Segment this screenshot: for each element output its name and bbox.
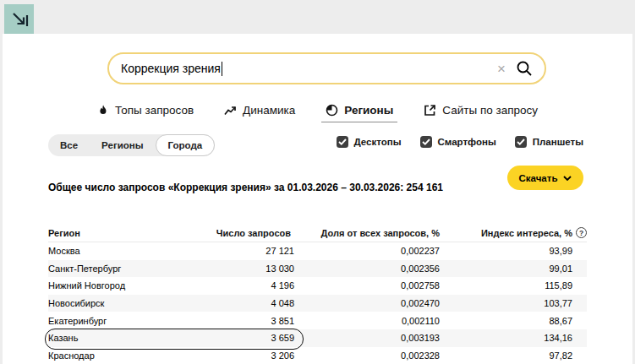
regions-table: Регион Число запросов Доля от всех запро…: [48, 224, 587, 364]
search-box[interactable]: Коррекция зрения ×: [107, 52, 546, 84]
tabs: Топы запросов Динамика Регионы Сайты по …: [3, 101, 632, 127]
table-row[interactable]: Нижний Новгород 4 196 0,002758 115,89: [48, 277, 587, 295]
table-row[interactable]: Санкт-Петербург 13 030 0,002356 99,01: [48, 260, 587, 278]
flame-icon: [97, 104, 109, 117]
checkbox-tablets[interactable]: Планшеты: [515, 136, 583, 148]
summary-text: Общее число запросов «Коррекция зрения» …: [48, 182, 443, 193]
download-label: Скачать: [519, 173, 558, 183]
index-cell: 97,82: [440, 350, 587, 361]
tab-top-queries[interactable]: Топы запросов: [93, 101, 198, 122]
segment-all[interactable]: Все: [48, 134, 90, 156]
count-cell: 3 851: [246, 316, 294, 326]
search-input[interactable]: Коррекция зрения: [121, 62, 221, 75]
clear-icon[interactable]: ×: [492, 62, 511, 76]
text-cursor: [222, 62, 223, 76]
external-link-icon: [424, 104, 436, 117]
column-header-share: Доля от всех запросов, %: [294, 228, 440, 238]
wordstat-panel: Коррекция зрения × Топы запросов Динамик…: [3, 34, 632, 364]
checkbox-label: Смартфоны: [438, 137, 496, 147]
tab-sites-by-query[interactable]: Сайты по запросу: [419, 101, 542, 122]
table-rows: Москва 27 121 0,002237 93,99 Санкт-Петер…: [48, 242, 587, 364]
share-cell: 0,002356: [294, 263, 440, 274]
table-row[interactable]: Екатеринбург 3 851 0,002110 88,67: [48, 312, 587, 329]
share-cell: 0,002110: [294, 316, 440, 326]
column-header-index: Индекс интереса, % ?: [440, 227, 587, 238]
count-cell: 27 121: [246, 246, 294, 256]
index-cell: 115,89: [440, 280, 587, 291]
search-icon[interactable]: [516, 60, 533, 77]
region-cell: Нижний Новгород: [48, 280, 246, 291]
tab-regions[interactable]: Регионы: [321, 101, 397, 122]
column-header-count[interactable]: Число запросов: [246, 228, 294, 238]
help-icon[interactable]: ?: [576, 227, 587, 238]
table-row[interactable]: Новосибирск 4 048 0,002470 103,77: [48, 295, 587, 312]
count-cell: 3 206: [246, 350, 294, 361]
share-cell: 0,002328: [294, 350, 440, 361]
checkbox-checked-icon: [337, 136, 348, 148]
region-cell: Санкт-Петербург: [48, 263, 246, 274]
tab-label: Динамика: [243, 104, 295, 117]
region-cell: Екатеринбург: [48, 316, 246, 326]
checkbox-desktops[interactable]: Десктопы: [337, 136, 402, 148]
screenshot-arrow-icon[interactable]: [4, 4, 34, 34]
count-cell: 13 030: [246, 263, 294, 274]
share-cell: 0,002237: [294, 246, 440, 256]
tab-label: Топы запросов: [115, 104, 194, 117]
share-cell: 0,003193: [294, 333, 440, 343]
share-cell: 0,002758: [294, 280, 440, 291]
tab-label: Регионы: [344, 104, 393, 117]
tab-dynamics[interactable]: Динамика: [220, 101, 299, 122]
column-header-label: Число запросов: [216, 228, 291, 238]
index-cell: 103,77: [440, 298, 587, 308]
index-cell: 99,01: [440, 263, 587, 274]
checkbox-checked-icon: [515, 136, 527, 148]
table-row[interactable]: Казань 3 659 0,003193 134,16: [48, 329, 587, 347]
table-header: Регион Число запросов Доля от всех запро…: [48, 224, 587, 242]
checkbox-checked-icon: [420, 136, 432, 148]
region-scope-control: Все Регионы Города: [48, 134, 215, 156]
count-cell: 3 659: [246, 333, 294, 343]
count-cell: 4 196: [246, 280, 294, 291]
region-cell: Москва: [48, 246, 246, 256]
region-cell: Краснодар: [48, 350, 246, 361]
segment-regions[interactable]: Регионы: [90, 134, 155, 156]
share-cell: 0,002470: [294, 298, 440, 308]
globe-icon: [326, 104, 338, 117]
checkbox-smartphones[interactable]: Смартфоны: [420, 136, 496, 148]
index-cell: 134,16: [440, 333, 587, 343]
device-filters: Десктопы Смартфоны Планшеты: [337, 136, 583, 148]
chevron-down-icon: [563, 176, 572, 181]
download-button[interactable]: Скачать: [507, 166, 583, 190]
region-cell: Казань: [48, 333, 246, 343]
table-row[interactable]: Москва 27 121 0,002237 93,99: [48, 242, 587, 260]
count-cell: 4 048: [246, 298, 294, 308]
region-cell: Новосибирск: [48, 298, 246, 308]
index-cell: 93,99: [440, 246, 587, 256]
checkbox-label: Планшеты: [533, 137, 583, 147]
table-row[interactable]: Краснодар 3 206 0,002328 97,82: [48, 347, 587, 364]
checkbox-label: Десктопы: [354, 137, 402, 147]
index-cell: 88,67: [440, 316, 587, 326]
column-header-label: Индекс интереса, %: [481, 228, 572, 238]
segment-cities[interactable]: Города: [156, 134, 216, 156]
arrow-down-right-icon: [9, 9, 30, 30]
trend-up-icon: [224, 105, 237, 117]
tab-label: Сайты по запросу: [442, 104, 538, 117]
